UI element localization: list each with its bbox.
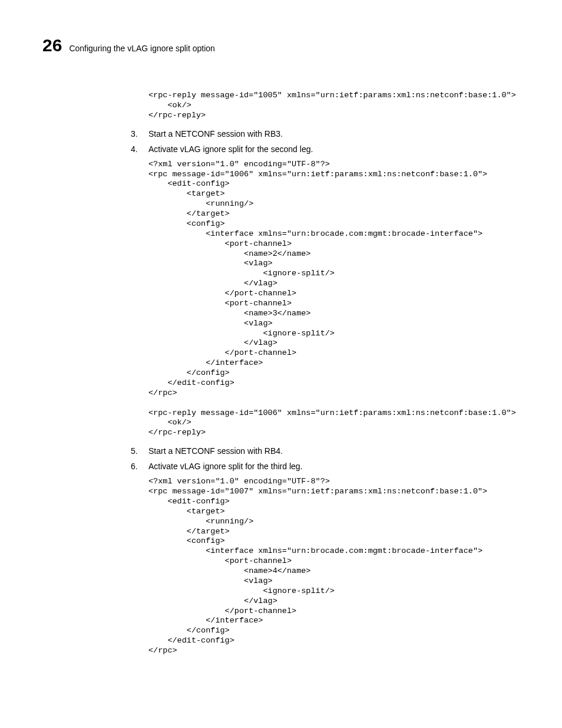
- step-text: Start a NETCONF session with RB3.: [148, 129, 533, 139]
- step-number: 3.: [131, 129, 148, 139]
- step-6: 6. Activate vLAG ignore split for the th…: [131, 462, 533, 471]
- chapter-number: 26: [42, 35, 62, 55]
- step-text: Activate vLAG ignore split for the secon…: [148, 144, 533, 154]
- code-block-rpc-reply-1005: <rpc-reply message-id="1005" xmlns="urn:…: [148, 91, 533, 121]
- step-5: 5. Start a NETCONF session with RB4.: [131, 446, 533, 456]
- step-text: Start a NETCONF session with RB4.: [148, 446, 533, 456]
- step-number: 6.: [131, 462, 148, 471]
- step-4: 4. Activate vLAG ignore split for the se…: [131, 144, 533, 154]
- step-number: 4.: [131, 144, 148, 154]
- code-block-rpc-1006: <?xml version="1.0" encoding="UTF-8"?> <…: [148, 160, 533, 439]
- page-content: <rpc-reply message-id="1005" xmlns="urn:…: [131, 91, 533, 656]
- page-header: 26 Configuring the vLAG ignore split opt…: [42, 35, 533, 55]
- step-number: 5.: [131, 446, 148, 456]
- chapter-title: Configuring the vLAG ignore split option: [69, 44, 214, 53]
- code-block-rpc-1007: <?xml version="1.0" encoding="UTF-8"?> <…: [148, 477, 533, 656]
- step-3: 3. Start a NETCONF session with RB3.: [131, 129, 533, 139]
- page: 26 Configuring the vLAG ignore split opt…: [0, 0, 562, 700]
- step-text: Activate vLAG ignore split for the third…: [148, 462, 533, 471]
